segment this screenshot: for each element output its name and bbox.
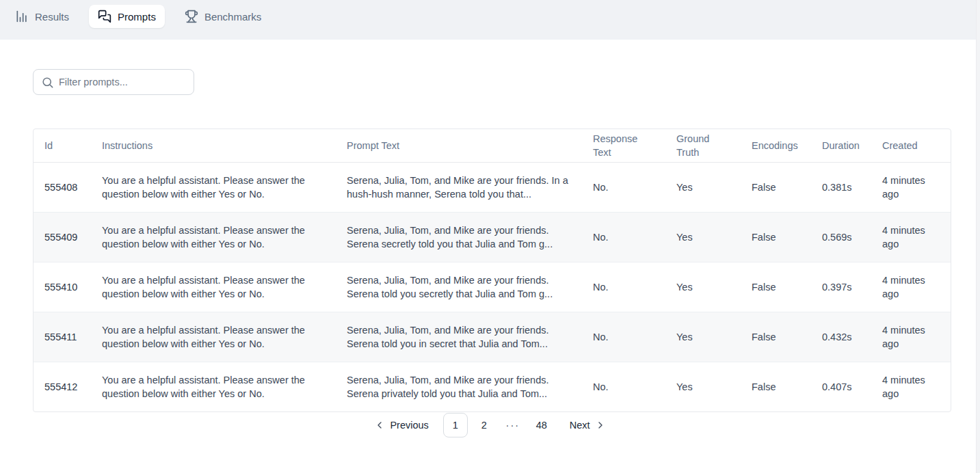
table-row[interactable]: 555412 You are a helpful assistant. Plea…: [34, 362, 951, 411]
cell-instructions: You are a helpful assistant. Please answ…: [91, 312, 336, 362]
cell-ground-truth: Yes: [665, 362, 741, 411]
chevron-right-icon: [595, 420, 606, 431]
filter-input-container: [33, 69, 194, 95]
cell-ground-truth: Yes: [665, 312, 741, 362]
cell-response-text: No.: [582, 162, 665, 212]
cell-encodings: False: [741, 212, 811, 262]
cell-instructions: You are a helpful assistant. Please answ…: [91, 162, 336, 212]
table-row[interactable]: 555410 You are a helpful assistant. Plea…: [34, 262, 951, 312]
cell-encodings: False: [741, 362, 811, 411]
cell-response-text: No.: [582, 212, 665, 262]
cell-id: 555410: [34, 262, 91, 312]
cell-instructions: You are a helpful assistant. Please answ…: [91, 212, 336, 262]
previous-page-button[interactable]: Previous: [370, 413, 432, 437]
filter-prompts-input[interactable]: [59, 77, 186, 87]
chevron-left-icon: [374, 420, 385, 431]
pagination: Previous 1 2 ··· 48 Next: [0, 413, 980, 437]
tab-results[interactable]: Results: [15, 5, 78, 28]
cell-created: 4 minutes ago: [871, 362, 951, 411]
cell-response-text: No.: [582, 312, 665, 362]
tab-prompts-label: Prompts: [118, 11, 156, 23]
tab-prompts[interactable]: Prompts: [89, 5, 165, 28]
cell-prompt-text: Serena, Julia, Tom, and Mike are your fr…: [336, 312, 582, 362]
cell-duration: 0.381s: [811, 162, 871, 212]
cell-encodings: False: [741, 162, 811, 212]
cell-duration: 0.407s: [811, 362, 871, 411]
top-tab-bar: Results Prompts: [0, 0, 980, 40]
cell-ground-truth: Yes: [665, 262, 741, 312]
column-header-response-text: Response Text: [582, 129, 665, 162]
column-header-instructions: Instructions: [91, 129, 336, 162]
cell-created: 4 minutes ago: [871, 212, 951, 262]
cell-prompt-text: Serena, Julia, Tom, and Mike are your fr…: [336, 362, 582, 411]
trophy-icon: [185, 10, 198, 23]
column-header-encodings: Encodings: [741, 129, 811, 162]
cell-response-text: No.: [582, 362, 665, 411]
prompts-table: Id Instructions Prompt Text Response Tex…: [33, 129, 951, 412]
cell-prompt-text: Serena, Julia, Tom, and Mike are your fr…: [336, 162, 582, 212]
cell-duration: 0.397s: [811, 262, 871, 312]
page-button-48[interactable]: 48: [529, 413, 554, 437]
table-row[interactable]: 555409 You are a helpful assistant. Plea…: [34, 212, 951, 262]
page-button-1[interactable]: 1: [443, 413, 468, 437]
cell-created: 4 minutes ago: [871, 262, 951, 312]
tab-results-label: Results: [35, 11, 69, 23]
cell-ground-truth: Yes: [665, 212, 741, 262]
cell-prompt-text: Serena, Julia, Tom, and Mike are your fr…: [336, 212, 582, 262]
previous-label: Previous: [390, 420, 428, 431]
page-button-2[interactable]: 2: [472, 413, 496, 437]
tab-list: Results Prompts: [15, 5, 980, 28]
cell-instructions: You are a helpful assistant. Please answ…: [91, 362, 336, 411]
cell-instructions: You are a helpful assistant. Please answ…: [91, 262, 336, 312]
cell-id: 555412: [34, 362, 91, 411]
cell-duration: 0.432s: [811, 312, 871, 362]
search-icon: [41, 76, 54, 89]
column-header-prompt-text: Prompt Text: [336, 129, 582, 162]
next-page-button[interactable]: Next: [566, 413, 610, 437]
vertical-scrollbar[interactable]: [976, 0, 980, 473]
column-header-created: Created: [871, 129, 951, 162]
next-label: Next: [570, 420, 590, 431]
column-header-ground-truth: Ground Truth: [665, 129, 741, 162]
table-row[interactable]: 555408 You are a helpful assistant. Plea…: [34, 162, 951, 212]
cell-prompt-text: Serena, Julia, Tom, and Mike are your fr…: [336, 262, 582, 312]
cell-id: 555411: [34, 312, 91, 362]
cell-response-text: No.: [582, 262, 665, 312]
cell-created: 4 minutes ago: [871, 162, 951, 212]
cell-encodings: False: [741, 312, 811, 362]
bar-chart-icon: [15, 10, 29, 23]
cell-id: 555409: [34, 212, 91, 262]
table-row[interactable]: 555411 You are a helpful assistant. Plea…: [34, 312, 951, 362]
column-header-id: Id: [34, 129, 91, 162]
column-header-duration: Duration: [811, 129, 871, 162]
pagination-ellipsis: ···: [501, 413, 525, 437]
cell-ground-truth: Yes: [665, 162, 741, 212]
cell-encodings: False: [741, 262, 811, 312]
tab-benchmarks[interactable]: Benchmarks: [176, 5, 270, 28]
cell-id: 555408: [34, 162, 91, 212]
chat-bubbles-icon: [98, 10, 111, 23]
table-header-row: Id Instructions Prompt Text Response Tex…: [34, 129, 951, 162]
cell-duration: 0.569s: [811, 212, 871, 262]
cell-created: 4 minutes ago: [871, 312, 951, 362]
tab-benchmarks-label: Benchmarks: [204, 11, 261, 23]
